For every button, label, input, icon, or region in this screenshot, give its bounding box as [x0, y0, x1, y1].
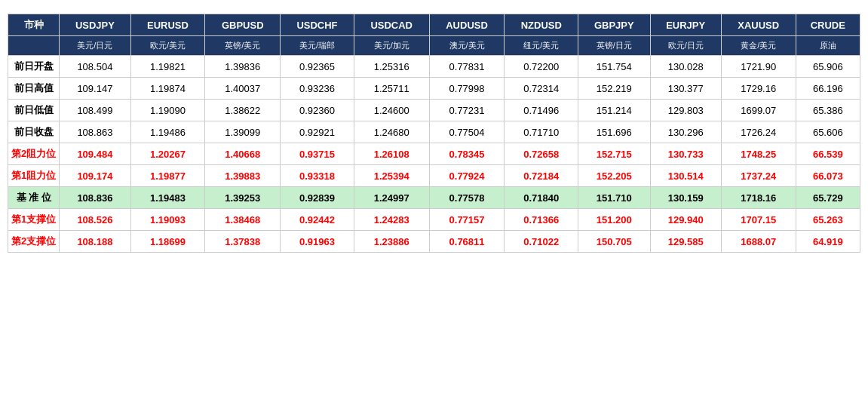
header-sub-gbpjpy: 英镑/日元 — [578, 36, 650, 56]
row-label: 前日收盘 — [8, 121, 60, 143]
table-row: 前日收盘108.8631.194861.390990.929211.246800… — [8, 121, 860, 143]
cell-eurjpy: 130.377 — [650, 78, 721, 100]
cell-audusd: 0.77924 — [429, 165, 505, 187]
header-code-audusd: AUDUSD — [429, 14, 505, 36]
cell-eurusd: 1.19090 — [130, 100, 205, 121]
cell-audusd: 0.77831 — [429, 56, 505, 78]
row-label: 第2阻力位 — [8, 143, 60, 165]
cell-nzdusd: 0.72184 — [505, 165, 578, 187]
cell-usdjpy: 108.836 — [60, 187, 130, 209]
cell-gbpjpy: 150.705 — [578, 231, 650, 253]
cell-gbpusd: 1.40668 — [205, 143, 281, 165]
header-code-usdjpy: USDJPY — [60, 14, 130, 36]
cell-eurusd: 1.20267 — [130, 143, 205, 165]
cell-usdchf: 0.93318 — [281, 165, 354, 187]
cell-gbpjpy: 151.710 — [578, 187, 650, 209]
cell-usdjpy: 108.863 — [60, 121, 130, 143]
cell-audusd: 0.78345 — [429, 143, 505, 165]
header-sub-xauusd: 黄金/美元 — [721, 36, 796, 56]
cell-audusd: 0.77157 — [429, 209, 505, 231]
cell-usdcad: 1.26108 — [354, 143, 429, 165]
cell-usdcad: 1.24283 — [354, 209, 429, 231]
header-sub-usdcad: 美元/加元 — [354, 36, 429, 56]
cell-audusd: 0.76811 — [429, 231, 505, 253]
header-code-xauusd: XAUUSD — [721, 14, 796, 36]
cell-usdjpy: 108.504 — [60, 56, 130, 78]
cell-crude: 66.196 — [796, 78, 860, 100]
row-label: 基 准 位 — [8, 187, 60, 209]
cell-eurusd: 1.19486 — [130, 121, 205, 143]
cell-nzdusd: 0.71840 — [505, 187, 578, 209]
row-label: 第2支撑位 — [8, 231, 60, 253]
cell-crude: 65.606 — [796, 121, 860, 143]
cell-xauusd: 1718.16 — [721, 187, 796, 209]
cell-gbpjpy: 151.200 — [578, 209, 650, 231]
cell-usdjpy: 108.499 — [60, 100, 130, 121]
cell-xauusd: 1699.07 — [721, 100, 796, 121]
header-sub-crude: 原油 — [796, 36, 860, 56]
header-sub-audusd: 澳元/美元 — [429, 36, 505, 56]
cell-xauusd: 1729.16 — [721, 78, 796, 100]
row-label: 前日开盘 — [8, 56, 60, 78]
cell-eurjpy: 130.514 — [650, 165, 721, 187]
header-code-eurjpy: EURJPY — [650, 14, 721, 36]
table-row: 第1阻力位109.1741.198771.398830.933181.25394… — [8, 165, 860, 187]
cell-eurusd: 1.19874 — [130, 78, 205, 100]
cell-eurusd: 1.18699 — [130, 231, 205, 253]
table-header-subs: 美元/日元欧元/美元英镑/美元美元/瑞郎美元/加元澳元/美元纽元/美元英镑/日元… — [8, 36, 860, 56]
table-row: 前日低值108.4991.190901.386220.923601.246000… — [8, 100, 860, 121]
cell-usdjpy: 109.174 — [60, 165, 130, 187]
header-sub-gbpusd: 英镑/美元 — [205, 36, 281, 56]
cell-usdcad: 1.25394 — [354, 165, 429, 187]
cell-gbpusd: 1.39836 — [205, 56, 281, 78]
row-label: 前日低值 — [8, 100, 60, 121]
header-sub-eurjpy: 欧元/日元 — [650, 36, 721, 56]
cell-gbpusd: 1.40037 — [205, 78, 281, 100]
cell-xauusd: 1721.90 — [721, 56, 796, 78]
cell-usdchf: 0.93236 — [281, 78, 354, 100]
cell-gbpjpy: 151.754 — [578, 56, 650, 78]
cell-usdcad: 1.25711 — [354, 78, 429, 100]
cell-usdjpy: 108.526 — [60, 209, 130, 231]
cell-eurjpy: 130.296 — [650, 121, 721, 143]
cell-usdchf: 0.92442 — [281, 209, 354, 231]
cell-xauusd: 1737.24 — [721, 165, 796, 187]
cell-usdchf: 0.93715 — [281, 143, 354, 165]
cell-eurjpy: 130.159 — [650, 187, 721, 209]
header-sub-nzdusd: 纽元/美元 — [505, 36, 578, 56]
table-header-codes: 市种 USDJPYEURUSDGBPUSDUSDCHFUSDCADAUDUSDN… — [8, 14, 860, 36]
cell-crude: 65.386 — [796, 100, 860, 121]
cell-gbpjpy: 151.214 — [578, 100, 650, 121]
cell-usdchf: 0.92365 — [281, 56, 354, 78]
cell-nzdusd: 0.72314 — [505, 78, 578, 100]
cell-usdcad: 1.24600 — [354, 100, 429, 121]
header-code-gbpusd: GBPUSD — [205, 14, 281, 36]
cell-crude: 65.729 — [796, 187, 860, 209]
cell-gbpusd: 1.39099 — [205, 121, 281, 143]
cell-nzdusd: 0.71710 — [505, 121, 578, 143]
cell-usdcad: 1.23886 — [354, 231, 429, 253]
cell-xauusd: 1688.07 — [721, 231, 796, 253]
cell-eurusd: 1.19877 — [130, 165, 205, 187]
cell-gbpjpy: 151.696 — [578, 121, 650, 143]
cell-usdchf: 0.91963 — [281, 231, 354, 253]
header-sub-label — [8, 36, 60, 56]
cell-crude: 66.539 — [796, 143, 860, 165]
cell-audusd: 0.77578 — [429, 187, 505, 209]
cell-eurjpy: 130.733 — [650, 143, 721, 165]
cell-gbpusd: 1.38622 — [205, 100, 281, 121]
header-code-eurusd: EURUSD — [130, 14, 205, 36]
cell-eurusd: 1.19093 — [130, 209, 205, 231]
cell-gbpjpy: 152.205 — [578, 165, 650, 187]
cell-gbpjpy: 152.219 — [578, 78, 650, 100]
cell-audusd: 0.77998 — [429, 78, 505, 100]
cell-audusd: 0.77504 — [429, 121, 505, 143]
header-code-crude: CRUDE — [796, 14, 860, 36]
table-row: 前日高值109.1471.198741.400370.932361.257110… — [8, 78, 860, 100]
cell-nzdusd: 0.71366 — [505, 209, 578, 231]
cell-usdjpy: 109.484 — [60, 143, 130, 165]
row-label: 第1支撑位 — [8, 209, 60, 231]
data-table: 市种 USDJPYEURUSDGBPUSDUSDCHFUSDCADAUDUSDN… — [8, 14, 860, 253]
cell-audusd: 0.77231 — [429, 100, 505, 121]
header-sub-usdchf: 美元/瑞郎 — [281, 36, 354, 56]
